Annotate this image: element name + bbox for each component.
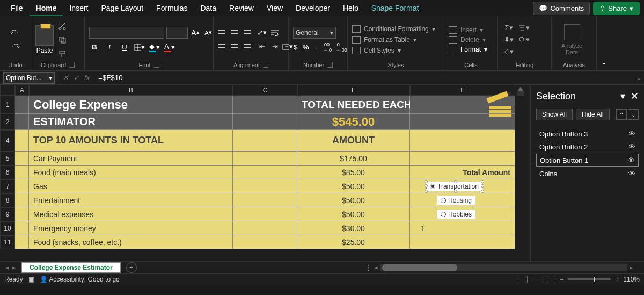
selection-pane-item[interactable]: Option Button 1👁 <box>536 154 639 167</box>
cell[interactable] <box>15 179 29 193</box>
redo-button[interactable] <box>6 41 24 52</box>
select-all-corner[interactable] <box>0 85 15 96</box>
menu-help[interactable]: Help <box>336 0 365 16</box>
delete-cells-button[interactable]: Delete ▾ <box>449 36 487 44</box>
formula-bar-expand[interactable]: ⌄ <box>633 74 644 82</box>
cell[interactable]: $50.00 <box>297 207 410 221</box>
visibility-toggle-icon[interactable]: 👁 <box>627 156 635 164</box>
underline-button[interactable]: U <box>119 42 130 53</box>
cell[interactable] <box>15 130 29 152</box>
number-format-select[interactable]: General▾ <box>293 27 336 39</box>
cell[interactable] <box>15 235 29 249</box>
row-header[interactable]: 11 <box>0 235 15 249</box>
option-button-housing[interactable]: Housing <box>437 196 475 205</box>
cell[interactable]: $25.00 <box>297 235 410 249</box>
borders-button[interactable]: ▾ <box>134 42 145 53</box>
cell[interactable]: TOP 10 AMOUNTS IN TOTAL <box>29 130 233 152</box>
pane-options-button[interactable]: ▾ <box>620 90 625 102</box>
align-bottom-button[interactable] <box>244 27 254 37</box>
menu-home[interactable]: Home <box>30 0 63 16</box>
cell[interactable] <box>233 193 297 207</box>
paste-button[interactable]: Paste <box>36 47 53 54</box>
cell[interactable]: ESTIMATOR <box>29 114 233 130</box>
clipboard-dialog-launcher[interactable] <box>69 62 75 68</box>
undo-button[interactable] <box>6 27 24 38</box>
cell-total[interactable]: $545.00 <box>297 114 410 130</box>
share-button[interactable]: ⇪ Share ▾ <box>593 2 640 15</box>
font-dialog-launcher[interactable] <box>154 62 159 68</box>
orientation-button[interactable]: ⤢▾ <box>257 27 267 38</box>
clear-button[interactable]: ◇▾ <box>502 47 515 56</box>
sort-filter-button[interactable]: ▾ <box>517 23 530 33</box>
number-dialog-launcher[interactable] <box>327 62 333 68</box>
decrease-decimal-button[interactable]: .0→.00 <box>336 42 347 53</box>
show-all-button[interactable]: Show All <box>536 109 573 120</box>
cell[interactable] <box>15 166 29 179</box>
tab-scroll-right[interactable]: ▸ <box>12 263 16 271</box>
tab-scroll-left[interactable]: ◂ <box>5 263 9 271</box>
hscroll-right[interactable]: ▸ <box>630 263 633 271</box>
insert-cells-button[interactable]: Insert ▾ <box>449 26 487 34</box>
analyze-data-button[interactable]: AnalyzeData <box>556 22 588 57</box>
format-as-table-button[interactable]: Format as Table ▾ <box>352 36 435 44</box>
cell[interactable]: Car Payment <box>29 152 233 166</box>
zoom-in-button[interactable]: + <box>615 276 619 283</box>
insert-function-button[interactable]: fx <box>82 73 92 83</box>
menu-file[interactable]: File <box>4 0 30 16</box>
accessibility-status[interactable]: 👤 Accessibility: Good to go <box>40 276 120 283</box>
normal-view-button[interactable] <box>518 276 528 283</box>
scroll-up-button[interactable] <box>518 85 523 91</box>
cell[interactable]: Food (main meals) <box>29 166 233 179</box>
page-layout-view-button[interactable] <box>532 276 541 283</box>
comments-button[interactable]: 💬 Comments <box>533 2 590 15</box>
enter-formula-button[interactable]: ✓ <box>71 73 81 83</box>
cell[interactable]: $85.00 <box>297 166 410 179</box>
paste-icon[interactable] <box>35 25 54 46</box>
italic-button[interactable]: I <box>104 42 115 53</box>
copy-button[interactable] <box>56 34 69 45</box>
cell[interactable]: Hobbies <box>410 207 515 221</box>
bold-button[interactable]: B <box>89 42 100 53</box>
cell[interactable]: Gas <box>29 179 233 193</box>
close-pane-button[interactable]: ✕ <box>631 90 639 102</box>
selection-pane-item[interactable]: Coins👁 <box>536 168 639 179</box>
currency-button[interactable]: $ <box>293 42 298 53</box>
page-break-view-button[interactable] <box>546 276 555 283</box>
cell[interactable]: College Expense <box>29 96 233 114</box>
cell[interactable] <box>15 221 29 235</box>
cell[interactable] <box>410 152 515 166</box>
decrease-indent-button[interactable]: ⇤ <box>257 41 267 52</box>
spreadsheet-grid[interactable]: A B C E F 1 College Expense TOTAL NEEDED… <box>0 85 530 261</box>
font-size-select[interactable] <box>166 27 188 39</box>
menu-developer[interactable]: Developer <box>289 0 336 16</box>
row-header[interactable]: 10 <box>0 221 15 235</box>
col-header-a[interactable]: A <box>15 85 29 96</box>
macro-record-icon[interactable]: ▣ <box>28 276 34 283</box>
cell[interactable]: $50.00 <box>297 193 410 207</box>
increase-decimal-button[interactable]: .00→.0 <box>323 42 332 53</box>
cell-styles-button[interactable]: Cell Styles ▾ <box>352 47 435 54</box>
cell[interactable]: Emergency money <box>29 221 233 235</box>
cell[interactable] <box>233 152 297 166</box>
conditional-formatting-button[interactable]: Conditional Formatting ▾ <box>352 25 435 33</box>
zoom-slider[interactable] <box>568 278 611 280</box>
cell[interactable] <box>410 96 515 114</box>
cell[interactable] <box>233 130 297 152</box>
hide-all-button[interactable]: Hide All <box>576 109 610 120</box>
add-sheet-button[interactable]: + <box>126 262 137 273</box>
percent-button[interactable]: % <box>303 42 309 53</box>
row-header[interactable]: 8 <box>0 193 15 207</box>
formula-input[interactable] <box>95 74 633 82</box>
cell[interactable]: Food (snacks, coffee, etc.) <box>29 235 233 249</box>
cell[interactable] <box>410 130 515 152</box>
cell[interactable] <box>15 152 29 166</box>
cell[interactable]: Entertainment <box>29 193 233 207</box>
cell[interactable] <box>15 96 29 114</box>
alignment-dialog-launcher[interactable] <box>263 62 268 68</box>
cancel-formula-button[interactable]: ✕ <box>61 73 70 83</box>
comma-button[interactable]: , <box>313 42 319 53</box>
fill-button[interactable]: ⬇▾ <box>502 35 515 45</box>
row-header[interactable]: 2 <box>0 114 15 130</box>
name-box[interactable]: Option But...▾ <box>3 72 55 84</box>
cut-button[interactable] <box>56 20 69 31</box>
